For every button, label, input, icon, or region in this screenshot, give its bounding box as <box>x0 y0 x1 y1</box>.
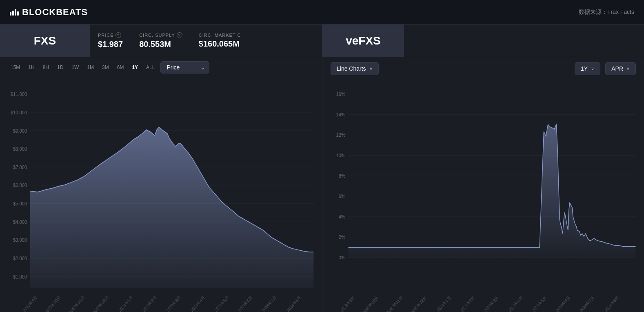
svg-text:$9,000: $9,000 <box>13 128 27 134</box>
svg-text:2023年12月: 2023年12月 <box>410 295 427 312</box>
svg-text:$10,000: $10,000 <box>11 109 27 116</box>
svg-text:$4,000: $4,000 <box>13 219 27 225</box>
time-btn-1m[interactable]: 1M <box>84 63 96 72</box>
fxs-supply-stat: CIRC. SUPPLY ? 80.553M <box>139 32 182 49</box>
svg-text:2024年4月: 2024年4月 <box>190 295 206 312</box>
svg-text:$2,000: $2,000 <box>13 255 27 261</box>
left-panel-fxs: FXS PRICE ? $1.987 CIRC. SUPPLY ? 80.553… <box>0 25 322 312</box>
logo-bar-2 <box>12 11 14 16</box>
vefxs-chart-controls: Line Charts ∨ 1Y ∨ APR ∨ <box>322 57 644 80</box>
svg-text:2024年4月: 2024年4月 <box>508 295 524 312</box>
time-btn-6m[interactable]: 6M <box>115 63 127 72</box>
svg-text:2024年8月: 2024年8月 <box>604 295 620 312</box>
time-btn-1d[interactable]: 1D <box>55 63 66 72</box>
fxs-price-value: $1.987 <box>98 40 123 49</box>
svg-text:2023年11月: 2023年11月 <box>386 295 404 312</box>
right-panel-vefxs: veFXS Line Charts ∨ 1Y ∨ APR ∨ 16% <box>322 25 644 312</box>
svg-text:2024年7月: 2024年7月 <box>261 295 277 312</box>
fxs-chart-controls: 15M 1H 8H 1D 1W 1M 3M 6M 1Y ALL Price Ma… <box>0 57 322 78</box>
fxs-token-name-box: FXS <box>0 25 90 57</box>
svg-text:2023年11月: 2023年11月 <box>68 295 85 312</box>
fxs-price-label: PRICE ? <box>98 32 123 38</box>
svg-text:2024年3月: 2024年3月 <box>484 295 500 312</box>
logo-bars-icon <box>10 9 19 16</box>
fxs-market-cap-label: CIRC. MARKET C <box>199 33 241 38</box>
svg-text:14%: 14% <box>336 111 346 118</box>
svg-text:2023年9月: 2023年9月 <box>22 295 38 312</box>
vefxs-token-name: veFXS <box>346 34 381 47</box>
logo-text: BLOCKBEATS <box>22 7 88 18</box>
vefxs-token-header: veFXS <box>322 25 644 57</box>
line-charts-chevron-icon: ∨ <box>369 66 373 71</box>
fxs-supply-value: 80.553M <box>139 40 182 49</box>
line-charts-dropdown[interactable]: Line Charts ∨ <box>331 62 379 75</box>
svg-text:$7,000: $7,000 <box>13 164 27 170</box>
fxs-chart-area: $11,000 $10,000 $9,000 $8,000 $7,000 $6,… <box>0 78 322 312</box>
svg-text:2024年1月: 2024年1月 <box>436 295 452 312</box>
main-layout: FXS PRICE ? $1.987 CIRC. SUPPLY ? 80.553… <box>0 25 644 312</box>
time-btn-1w[interactable]: 1W <box>69 63 81 72</box>
svg-text:4%: 4% <box>339 214 346 220</box>
svg-text:2023年10月: 2023年10月 <box>44 295 61 312</box>
time-btn-8h[interactable]: 8H <box>40 63 51 72</box>
fxs-supply-label: CIRC. SUPPLY ? <box>139 32 182 38</box>
svg-text:2024年1月: 2024年1月 <box>118 295 134 312</box>
svg-text:$11,000: $11,000 <box>11 91 27 98</box>
price-info-icon[interactable]: ? <box>115 32 121 38</box>
metric-dropdown[interactable]: APR ∨ <box>605 62 636 75</box>
svg-text:2024年6月: 2024年6月 <box>238 295 253 312</box>
svg-text:$5,000: $5,000 <box>13 201 27 207</box>
svg-text:0%: 0% <box>339 254 346 261</box>
time-btn-1h[interactable]: 1H <box>26 63 37 72</box>
svg-text:2023年12月: 2023年12月 <box>92 295 109 312</box>
time-btn-all[interactable]: ALL <box>144 63 157 72</box>
svg-text:2023年10月: 2023年10月 <box>362 295 379 312</box>
svg-text:16%: 16% <box>336 91 346 97</box>
svg-text:2024年6月: 2024年6月 <box>555 295 571 312</box>
svg-text:10%: 10% <box>336 152 346 158</box>
vefxs-chart-svg: 16% 14% 12% 10% 8% 6% 4% 2% 0% <box>326 84 640 312</box>
chart-type-select-wrapper[interactable]: Price Market Cap Volume <box>160 61 209 74</box>
logo: BLOCKBEATS <box>10 7 88 18</box>
svg-text:2024年2月: 2024年2月 <box>460 295 475 312</box>
svg-text:$3,000: $3,000 <box>13 237 27 243</box>
logo-bar-3 <box>15 9 16 16</box>
time-period-label: 1Y <box>581 65 588 72</box>
svg-text:$8,000: $8,000 <box>13 146 27 152</box>
fxs-token-header: FXS PRICE ? $1.987 CIRC. SUPPLY ? 80.553… <box>0 25 322 57</box>
svg-text:2023年9月: 2023年9月 <box>340 295 355 312</box>
data-source-label: 数据来源：Frax Facts <box>579 9 634 16</box>
time-btn-15m[interactable]: 15M <box>8 63 22 72</box>
metric-chevron-icon: ∨ <box>626 66 630 71</box>
metric-label: APR <box>611 65 623 72</box>
svg-text:2024年5月: 2024年5月 <box>213 295 229 312</box>
svg-text:12%: 12% <box>336 132 346 138</box>
line-charts-label: Line Charts <box>337 65 366 72</box>
chart-type-select[interactable]: Price Market Cap Volume <box>160 61 209 74</box>
logo-bar-4 <box>17 11 19 16</box>
svg-text:2024年2月: 2024年2月 <box>142 295 158 312</box>
svg-text:2024年5月: 2024年5月 <box>531 295 547 312</box>
svg-text:8%: 8% <box>339 173 346 179</box>
fxs-token-name: FXS <box>34 34 56 47</box>
fxs-token-stats: PRICE ? $1.987 CIRC. SUPPLY ? 80.553M CI… <box>90 25 249 57</box>
logo-bar-1 <box>10 12 11 16</box>
vefxs-chart-area: 16% 14% 12% 10% 8% 6% 4% 2% 0% <box>322 80 644 312</box>
supply-info-icon[interactable]: ? <box>177 32 182 38</box>
fxs-price-stat: PRICE ? $1.987 <box>98 32 123 49</box>
svg-text:$6,000: $6,000 <box>13 183 27 189</box>
fxs-chart-svg: $11,000 $10,000 $9,000 $8,000 $7,000 $6,… <box>4 82 318 312</box>
vefxs-token-name-box: veFXS <box>322 25 404 57</box>
svg-text:2024年8月: 2024年8月 <box>286 295 302 312</box>
time-period-chevron-icon: ∨ <box>591 66 594 71</box>
svg-text:6%: 6% <box>339 193 346 199</box>
time-period-dropdown[interactable]: 1Y ∨ <box>575 62 600 75</box>
time-btn-3m[interactable]: 3M <box>100 63 111 72</box>
time-btn-1y[interactable]: 1Y <box>129 63 140 72</box>
header: BLOCKBEATS 数据来源：Frax Facts <box>0 0 644 25</box>
fxs-market-cap-value: $160.065M <box>199 39 241 49</box>
svg-text:2024年3月: 2024年3月 <box>166 295 182 312</box>
svg-text:$1,000: $1,000 <box>13 274 27 280</box>
svg-text:2%: 2% <box>339 234 346 240</box>
svg-text:2024年7月: 2024年7月 <box>579 295 595 312</box>
